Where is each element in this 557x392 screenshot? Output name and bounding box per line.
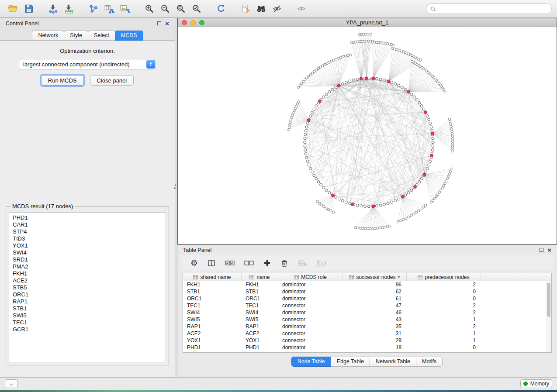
- mcds-node-item[interactable]: CAR1: [9, 221, 166, 228]
- clone-network-button[interactable]: [86, 2, 101, 16]
- mcds-node-item[interactable]: PHD1: [9, 214, 166, 221]
- column-header-shared-name[interactable]: shared name: [183, 273, 242, 281]
- table-row[interactable]: ORC1ORC1dominator610: [183, 295, 551, 302]
- tab-select[interactable]: Select: [88, 31, 115, 41]
- network-canvas[interactable]: [178, 27, 557, 244]
- plus-icon: [263, 259, 271, 267]
- column-header-name[interactable]: name: [242, 273, 278, 281]
- criterion-dropdown[interactable]: largest connected component (undirected)…: [19, 59, 156, 69]
- column-header-MCDS-role[interactable]: MCDS role: [278, 273, 343, 281]
- mcds-node-item[interactable]: STB5: [9, 284, 166, 291]
- column-header-predecessor-nodes[interactable]: predecessor nodes: [407, 273, 481, 281]
- zoom-in-button[interactable]: [142, 2, 157, 16]
- table-row[interactable]: TEC1TEC1connector472: [183, 302, 551, 309]
- mcds-node-item[interactable]: YOX1: [9, 242, 166, 249]
- document-share-icon: [241, 4, 250, 14]
- table-settings-button[interactable]: ⚙: [190, 259, 198, 267]
- show-columns-button[interactable]: [208, 259, 215, 267]
- import-network-button[interactable]: [45, 2, 61, 16]
- table-delete-icon: [298, 260, 307, 267]
- network-graph-svg[interactable]: [178, 27, 557, 244]
- tab-network-table[interactable]: Network Table: [370, 357, 416, 367]
- mcds-node-item[interactable]: SRD1: [9, 256, 166, 263]
- mcds-result-group: MCDS result (17 nodes) PHD1CAR1STP4TID3Y…: [6, 203, 169, 365]
- birds-eye-button[interactable]: [294, 2, 309, 16]
- table-row[interactable]: RAP1RAP1dominator352: [183, 323, 551, 330]
- mcds-node-item[interactable]: ORC1: [9, 291, 166, 298]
- network-window: YPA_prune.txt_1: [177, 18, 557, 244]
- maximize-window-button[interactable]: [199, 20, 204, 25]
- mcds-node-item[interactable]: SWI5: [9, 312, 166, 319]
- mcds-result-list[interactable]: PHD1CAR1STP4TID3YOX1SWI4SRD1PMA2FKH1ACE2…: [9, 212, 166, 362]
- tab-node-table[interactable]: Node Table: [291, 357, 331, 367]
- cell-mcds-role: dominator: [278, 295, 343, 302]
- table-row[interactable]: SWI4SWI4dominator462: [183, 309, 551, 316]
- find-button[interactable]: [253, 2, 269, 16]
- memory-button[interactable]: Memory: [520, 379, 552, 388]
- cell-filler: [481, 330, 551, 337]
- add-column-button[interactable]: [263, 259, 271, 267]
- cell-mcds-role: dominator: [278, 344, 343, 351]
- share-document-button[interactable]: [238, 2, 253, 16]
- float-panel-icon[interactable]: [157, 21, 161, 25]
- zoom-fit-button[interactable]: [173, 2, 189, 16]
- apply-layout-button[interactable]: [213, 2, 229, 16]
- table-row[interactable]: FKH1FKH1dominator962: [183, 281, 551, 288]
- table-column-icon: [349, 275, 354, 279]
- cell-name: STB1: [242, 288, 278, 295]
- table-row[interactable]: YOX1YOX1connector291: [183, 337, 551, 344]
- close-table-panel-icon[interactable]: ×: [547, 248, 551, 252]
- network-window-titlebar[interactable]: YPA_prune.txt_1: [178, 18, 557, 27]
- run-mcds-button[interactable]: Run MCDS: [41, 75, 84, 86]
- tab-motifs[interactable]: Motifs: [416, 357, 443, 367]
- close-window-button[interactable]: [182, 20, 187, 25]
- table-scrollbar[interactable]: [546, 281, 551, 352]
- open-session-button[interactable]: [5, 2, 21, 16]
- delete-column-button[interactable]: [280, 259, 288, 267]
- splitter-arrows-icon[interactable]: ◂▸: [174, 183, 176, 189]
- close-panel-icon[interactable]: ×: [165, 21, 169, 25]
- sort-chevron-icon[interactable]: ▾: [398, 275, 400, 279]
- column-header-successor-nodes[interactable]: successor nodes▾: [343, 273, 407, 281]
- panel-toggle-button[interactable]: ≡: [5, 379, 18, 388]
- tab-mcds[interactable]: MCDS: [115, 31, 143, 41]
- table-row[interactable]: ACE2ACE2connector311: [183, 330, 551, 337]
- column-label: predecessor nodes: [425, 274, 469, 280]
- mcds-node-item[interactable]: STB1: [9, 305, 166, 312]
- mcds-node-item[interactable]: RAP1: [9, 298, 166, 305]
- table-column-icon: [418, 275, 422, 279]
- tab-edge-table[interactable]: Edge Table: [331, 357, 370, 367]
- table-row[interactable]: STB1STB1dominator620: [183, 288, 551, 295]
- zoom-out-button[interactable]: [157, 2, 173, 16]
- mcds-node-item[interactable]: TEC1: [9, 319, 166, 326]
- mcds-node-item[interactable]: STP4: [9, 228, 166, 235]
- toggle-graphics-button[interactable]: [269, 2, 285, 16]
- tab-network[interactable]: Network: [32, 31, 64, 41]
- table-row[interactable]: SWI5SWI5connector431: [183, 316, 551, 323]
- mcds-node-item[interactable]: FKH1: [9, 270, 166, 277]
- mcds-node-item[interactable]: TID3: [9, 235, 166, 242]
- mcds-node-item[interactable]: PMA2: [9, 263, 166, 270]
- node-table-header: shared namenameMCDS rolesuccessor nodes▾…: [183, 273, 551, 281]
- tab-style[interactable]: Style: [64, 31, 88, 41]
- panel-splitter[interactable]: ◂▸: [175, 18, 177, 377]
- import-table-button[interactable]: [61, 2, 77, 16]
- search-field[interactable]: [426, 3, 552, 14]
- table-row[interactable]: PHD1PHD1dominator180: [183, 344, 551, 351]
- select-all-button[interactable]: [225, 260, 235, 267]
- export-image-button[interactable]: [117, 2, 133, 16]
- cell-predecessor-nodes: 1: [407, 337, 481, 344]
- save-session-button[interactable]: [21, 2, 37, 16]
- search-input[interactable]: [439, 6, 547, 12]
- mcds-node-item[interactable]: GCR1: [9, 326, 166, 333]
- deselect-all-button[interactable]: [244, 260, 254, 267]
- mcds-node-item[interactable]: ACE2: [9, 277, 166, 284]
- cell-name: YOX1: [242, 337, 278, 344]
- float-table-panel-icon[interactable]: [540, 248, 543, 252]
- table-scrollbar-thumb[interactable]: [547, 283, 550, 317]
- minimize-window-button[interactable]: [190, 20, 196, 25]
- mcds-node-item[interactable]: SWI4: [9, 249, 166, 256]
- close-panel-button[interactable]: Close panel: [90, 75, 134, 86]
- zoom-selected-button[interactable]: [189, 2, 204, 16]
- network-table-button[interactable]: [101, 2, 117, 16]
